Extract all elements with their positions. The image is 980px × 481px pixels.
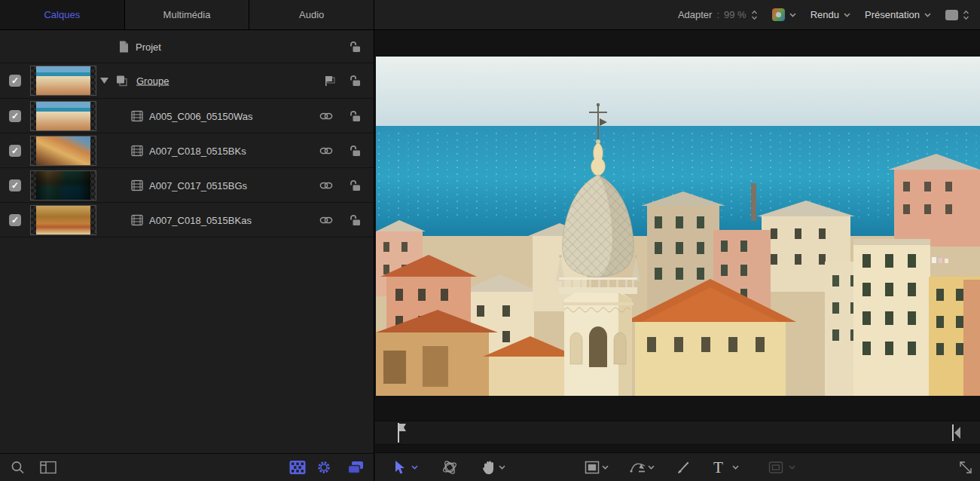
enable-checkbox[interactable]: ✓ (9, 110, 21, 122)
render-label: Rendu (811, 9, 839, 20)
layer-name: A007_C017_0515BGs (149, 179, 247, 191)
search-icon[interactable] (11, 461, 25, 475)
color-channels-control[interactable] (772, 8, 796, 21)
presentation-label: Présentation (865, 9, 920, 20)
zoom-colon: : (716, 9, 719, 20)
link-icon[interactable] (319, 147, 333, 155)
tab-calques[interactable]: Calques (0, 0, 125, 29)
layer-thumbnail (30, 170, 96, 201)
select-tool[interactable] (393, 460, 405, 475)
chevron-down-icon[interactable] (648, 465, 655, 470)
checkerboard-icon[interactable] (289, 461, 306, 475)
chevron-down-icon[interactable] (602, 465, 609, 470)
document-icon (118, 40, 130, 53)
unlock-icon[interactable] (349, 213, 362, 226)
tab-multimedia[interactable]: Multimédia (125, 0, 250, 29)
flag-icon[interactable] (324, 75, 336, 87)
enable-checkbox[interactable]: ✓ (9, 145, 21, 157)
color-swatch-icon (772, 8, 785, 21)
layer-thumbnail (30, 66, 96, 96)
orbit-3d-tool[interactable] (441, 459, 458, 476)
bezier-pen-tool[interactable] (630, 460, 648, 475)
canvas-toolbar: T (375, 452, 980, 481)
chevron-down-icon[interactable] (499, 465, 505, 470)
check-icon: ✓ (11, 180, 19, 191)
unlock-icon[interactable] (349, 144, 362, 157)
layer-name[interactable]: Groupe (136, 75, 169, 87)
chevron-down-icon (924, 13, 931, 17)
layers-panel-footer (0, 453, 374, 481)
unlock-icon[interactable] (349, 75, 362, 87)
tab-label: Calques (44, 9, 80, 20)
group-icon (115, 75, 128, 87)
top-bar: Calques Multimédia Audio Adapter : 99 % … (0, 0, 980, 30)
tab-label: Audio (299, 9, 324, 20)
enable-checkbox[interactable]: ✓ (9, 214, 21, 226)
view-toolbar: Adapter : 99 % Rendu Présentation (374, 0, 980, 30)
mini-timeline[interactable] (375, 421, 980, 445)
zoom-control[interactable]: Adapter : 99 % (678, 9, 758, 20)
panel-tabs: Calques Multimédia Audio (0, 0, 374, 30)
tab-audio[interactable]: Audio (249, 0, 374, 29)
layer-thumbnail (30, 101, 96, 131)
link-icon[interactable] (319, 182, 333, 189)
chevron-down-icon-disabled (789, 465, 795, 470)
vernazza-scene (376, 57, 980, 396)
stepper-icon (963, 10, 969, 20)
layer-row-clip[interactable]: ✓ A007_C018_0515BKas (0, 203, 374, 237)
timeline-end-marker[interactable] (952, 424, 961, 441)
tab-label: Multimédia (163, 9, 211, 20)
chevron-down-icon[interactable] (411, 465, 418, 470)
view-layout-control[interactable] (945, 10, 969, 20)
gear-icon[interactable] (316, 460, 331, 475)
presentation-menu[interactable]: Présentation (865, 9, 931, 20)
link-icon[interactable] (319, 216, 333, 224)
layer-thumbnail (30, 205, 96, 235)
layer-name: A007_C018_0515BKas (149, 214, 252, 225)
text-tool[interactable]: T (713, 459, 723, 475)
layers-stack-icon[interactable] (347, 461, 365, 474)
unlock-icon[interactable] (349, 179, 362, 191)
check-icon: ✓ (11, 111, 19, 121)
playhead-marker[interactable] (397, 423, 407, 443)
check-icon: ✓ (11, 75, 19, 86)
pane-layout-icon[interactable] (40, 461, 56, 474)
layer-row-clip[interactable]: ✓ A005_C006_05150Was (0, 99, 374, 133)
layer-row-group[interactable]: ✓ Groupe (0, 63, 374, 99)
zoom-value: 99 % (724, 9, 746, 20)
render-menu[interactable]: Rendu (811, 9, 850, 20)
expand-view-icon[interactable] (959, 461, 972, 474)
layer-name: A007_C018_0515BKs (149, 145, 246, 156)
layer-name: A005_C006_05150Was (149, 110, 253, 121)
disclosure-triangle-icon[interactable] (100, 78, 108, 84)
check-icon: ✓ (11, 146, 19, 156)
check-icon: ✓ (11, 215, 19, 225)
chevron-down-icon[interactable] (732, 465, 739, 470)
layer-row-clip[interactable]: ✓ A007_C018_0515BKs (0, 133, 374, 168)
text-tool-glyph: T (713, 459, 723, 475)
layer-name: Projet (136, 41, 161, 52)
unlock-icon[interactable] (349, 40, 362, 53)
layers-panel: Projet ✓ Groupe ✓ A005_C006_05150Was ✓ (0, 30, 374, 453)
mask-tool-disabled (768, 461, 783, 473)
zoom-label: Adapter (678, 9, 713, 20)
layer-row-clip[interactable]: ✓ A007_C017_0515BGs (0, 168, 374, 203)
motion-window: Calques Multimédia Audio Adapter : 99 % … (0, 0, 980, 481)
chevron-down-icon (844, 13, 850, 17)
pan-hand-tool[interactable] (481, 459, 496, 475)
canvas-area[interactable]: T (375, 30, 980, 481)
film-icon (131, 110, 143, 121)
layout-square-icon (945, 10, 958, 20)
unlock-icon[interactable] (349, 109, 362, 122)
paintbrush-tool[interactable] (675, 460, 690, 475)
enable-checkbox[interactable]: ✓ (9, 75, 21, 87)
video-frame (376, 57, 980, 396)
chevron-down-icon (789, 13, 796, 17)
layer-row-project[interactable]: Projet (0, 30, 374, 63)
link-icon[interactable] (319, 112, 333, 120)
film-icon (131, 179, 143, 191)
rectangle-shape-tool[interactable] (585, 461, 600, 474)
enable-checkbox[interactable]: ✓ (9, 179, 21, 191)
stepper-icon[interactable] (751, 10, 758, 20)
film-icon (131, 145, 143, 156)
